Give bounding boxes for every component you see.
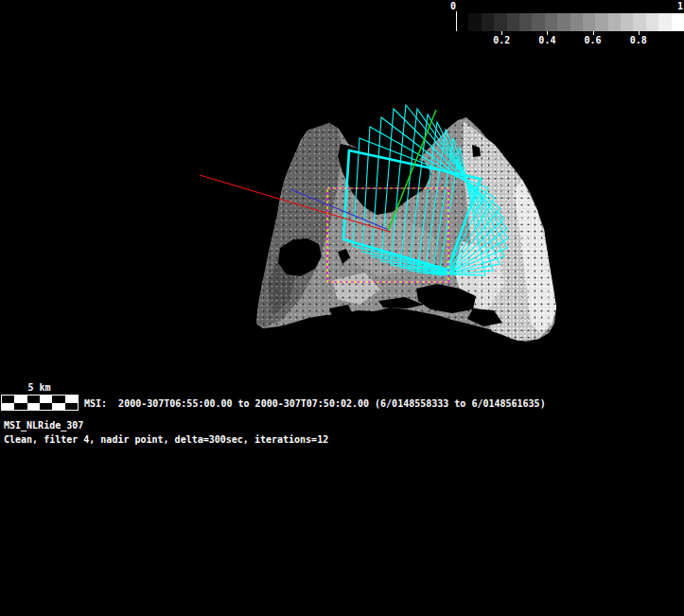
colorbar-tick-label: 0.2 <box>491 35 512 45</box>
msi-time-range-text: MSI: 2000-307T06:55:00.00 to 2000-307T07… <box>84 398 546 410</box>
asteroid-shadow-0 <box>338 144 431 215</box>
colorbar-step <box>595 13 607 31</box>
scalebar-cell <box>65 403 78 411</box>
scalebar-cell <box>52 403 64 411</box>
scalebar-cell <box>27 403 40 411</box>
colorbar-step <box>545 13 557 31</box>
asteroid-shadow-1 <box>278 238 322 276</box>
asteroid-shadow-7 <box>378 297 424 308</box>
colorbar-step <box>507 13 519 31</box>
colorbar-step <box>583 13 595 31</box>
colorbar-step <box>621 13 633 31</box>
colorbar-tick-label: 0.8 <box>628 35 649 45</box>
colorbar-step <box>482 13 494 31</box>
colorbar-step <box>532 13 544 31</box>
colorbar-step <box>570 13 583 31</box>
asteroid-shadow-5 <box>329 305 353 319</box>
colorbar-zero-tick <box>456 11 457 31</box>
colorbar-step <box>519 13 532 31</box>
run-parameters-text: Clean, filter 4, nadir point, delta=300s… <box>4 434 328 446</box>
colorbar-min-label: 0 <box>450 1 456 11</box>
colorbar-gradient <box>456 13 684 31</box>
observation-overlay <box>0 0 684 616</box>
scalebar-cell <box>52 396 64 403</box>
colorbar-step <box>494 13 506 31</box>
colorbar-step <box>456 13 468 31</box>
asteroid-shadow-4 <box>467 308 502 326</box>
asteroid-shadow-3 <box>416 284 476 313</box>
asteroid-shadow-6 <box>472 145 481 157</box>
scalebar-cell <box>40 403 52 411</box>
colorbar-step <box>633 13 645 31</box>
albedo-colorbar: 0 1 0.20.40.60.8 <box>450 0 684 49</box>
scalebar-cell <box>27 396 40 403</box>
colorbar-step <box>672 13 684 31</box>
scalebar-cell <box>14 403 26 411</box>
scalebar-checkerboard <box>1 395 79 411</box>
scalebar-cell <box>65 396 78 403</box>
asteroid-shadow-2 <box>338 249 350 264</box>
colorbar-max-label: 1 <box>677 1 683 11</box>
colorbar-step <box>646 13 658 31</box>
colorbar-step <box>468 13 481 31</box>
colorbar-step <box>557 13 570 31</box>
run-id-text: MSI_NLRide_307 <box>4 420 83 431</box>
colorbar-step <box>608 13 621 31</box>
scalebar-cell <box>14 396 26 403</box>
colorbar-step <box>658 13 671 31</box>
scalebar-cell <box>2 403 14 411</box>
scalebar-label: 5 km <box>0 382 79 394</box>
msi-sequence-viewer-window: { "colorbar": { "min_label": "0", "max_l… <box>0 0 684 616</box>
scalebar-cell <box>2 396 14 403</box>
colorbar-tick-label: 0.4 <box>536 35 557 45</box>
colorbar-tick-label: 0.6 <box>583 35 604 45</box>
scalebar-cell <box>40 396 52 403</box>
